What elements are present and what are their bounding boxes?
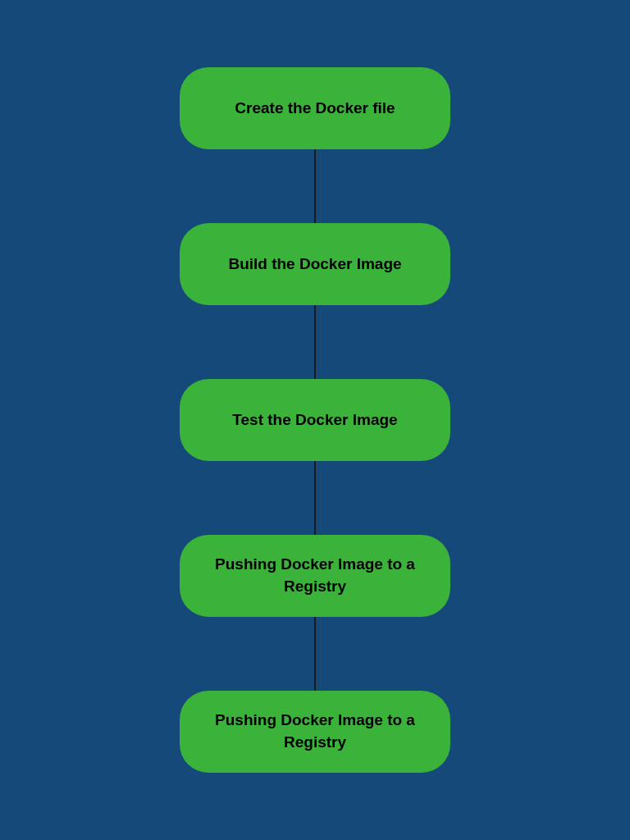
flowchart-step: Create the Docker file xyxy=(180,67,450,149)
step-label: Pushing Docker Image to a Registry xyxy=(200,710,430,753)
docker-flowchart: Create the Docker file Build the Docker … xyxy=(0,67,630,773)
connector-line xyxy=(314,305,316,379)
connector-line xyxy=(314,149,316,223)
flowchart-step: Pushing Docker Image to a Registry xyxy=(180,535,450,617)
flowchart-step: Test the Docker Image xyxy=(180,379,450,461)
flowchart-step: Build the Docker Image xyxy=(180,223,450,305)
step-label: Create the Docker file xyxy=(235,98,395,120)
step-label: Pushing Docker Image to a Registry xyxy=(200,554,430,597)
step-label: Build the Docker Image xyxy=(228,253,401,276)
connector-line xyxy=(314,461,316,535)
flowchart-step: Pushing Docker Image to a Registry xyxy=(180,691,450,773)
step-label: Test the Docker Image xyxy=(232,409,397,431)
connector-line xyxy=(314,617,316,691)
